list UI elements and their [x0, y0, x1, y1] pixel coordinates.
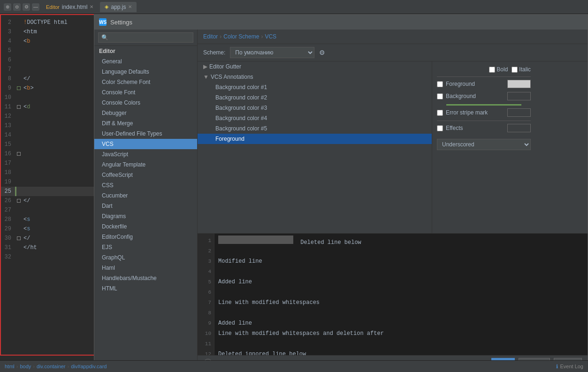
gutter-18: [15, 168, 23, 177]
background-label: Background: [446, 93, 504, 99]
gutter-31: [15, 243, 23, 252]
foreground-checkbox[interactable]: [437, 81, 443, 87]
preview-line-11: [218, 339, 584, 349]
preview-num-3: 3: [198, 256, 214, 266]
gutter-11: [15, 102, 23, 112]
preview-num-4: 4: [198, 266, 214, 277]
editor-gutter-section[interactable]: ▶ Editor Gutter: [198, 61, 432, 72]
line-num-28: 28: [0, 215, 15, 224]
tab-app-js-icon: ◈: [105, 4, 108, 10]
event-log-label: Event Log: [560, 364, 583, 369]
breadcrumb-color-scheme: Color Scheme: [223, 33, 259, 40]
tree-item-console-font[interactable]: Console Font: [94, 87, 197, 98]
color-item-bg2-label: Background color #2: [215, 94, 267, 101]
tree-item-dockerfile[interactable]: Dockerfile: [94, 221, 197, 232]
line-num-11: 11: [0, 102, 15, 112]
tab-index-html[interactable]: Editor index.html ✕: [41, 2, 98, 12]
gutter-17: [15, 159, 23, 168]
tree-item-html[interactable]: HTML: [94, 283, 197, 294]
error-stripe-checkbox[interactable]: [437, 110, 443, 116]
italic-checkbox-label[interactable]: Italic: [512, 66, 531, 73]
bold-checkbox-label[interactable]: Bold: [489, 66, 508, 73]
effects-row: Effects: [437, 124, 531, 132]
tree-item-color-scheme-font[interactable]: Color Scheme Font: [94, 77, 197, 87]
preview-line-4: [218, 266, 584, 277]
status-bar: html › body › div.container › div#appdiv…: [0, 360, 588, 372]
line-num-4: 4: [0, 37, 15, 46]
tree-item-handlebars[interactable]: Handlebars/Mustache: [94, 273, 197, 283]
code-9: <b>: [23, 84, 34, 93]
preview-num-9: 9: [198, 318, 214, 328]
tree-item-coffeescript[interactable]: CoffeeScript: [94, 170, 197, 180]
color-item-bg5[interactable]: Background color #5: [198, 123, 432, 134]
preview-line-3: Modified line: [218, 256, 584, 266]
gutter-15: [15, 140, 23, 149]
scheme-row: Scheme: По умолчанию Default Darcula Hig…: [198, 44, 588, 61]
search-input[interactable]: [98, 32, 193, 43]
props-panel: Bold Italic Foreground: [432, 61, 535, 233]
preview-num-10: 10: [198, 328, 214, 339]
preview-line-6: [218, 287, 584, 297]
tree-item-diff-merge[interactable]: Diff & Merge: [94, 118, 197, 129]
tree-item-vcs[interactable]: VCS: [94, 139, 197, 149]
tree-item-user-defined[interactable]: User-Defined File Types: [94, 129, 197, 139]
minimize-btn[interactable]: —: [32, 3, 39, 11]
preview-num-11: 11: [198, 339, 214, 349]
code-28: <s: [23, 215, 30, 224]
color-item-bg3[interactable]: Background color #3: [198, 103, 432, 113]
tree-item-editorconfig[interactable]: EditorConfig: [94, 232, 197, 242]
globe-btn[interactable]: ⊕: [4, 3, 11, 11]
tree-item-diagrams[interactable]: Diagrams: [94, 211, 197, 221]
tree-item-cucumber[interactable]: Cucumber: [94, 190, 197, 201]
italic-checkbox[interactable]: [512, 67, 518, 73]
bold-label: Bold: [496, 66, 508, 73]
line-num-25: 25: [0, 187, 15, 196]
gutter-13: [15, 121, 23, 130]
color-item-bg1[interactable]: Background color #1: [198, 82, 432, 92]
tree-item-dart[interactable]: Dart: [94, 201, 197, 211]
breadcrumb: Editor › Color Scheme › VCS: [198, 30, 588, 44]
foreground-swatch[interactable]: [507, 80, 531, 88]
tab-index-close[interactable]: ✕: [90, 4, 93, 9]
status-breadcrumb: html › body › div.container › div#appdiv…: [5, 364, 107, 369]
color-item-bg2[interactable]: Background color #2: [198, 92, 432, 103]
gutter-3: [15, 27, 23, 37]
effects-checkbox[interactable]: [437, 125, 443, 131]
tree-item-general[interactable]: General: [94, 56, 197, 67]
vcs-annotations-section[interactable]: ▼ VCS Annotations: [198, 72, 432, 82]
preview-line-5: Added line: [218, 277, 584, 287]
scheme-gear-btn[interactable]: ⚙: [319, 49, 325, 56]
code-8: </: [23, 74, 30, 84]
tree-item-angular[interactable]: Angular Template: [94, 159, 197, 170]
bold-checkbox[interactable]: [489, 67, 495, 73]
tree-item-debugger[interactable]: Debugger: [94, 108, 197, 118]
color-item-foreground[interactable]: Foreground: [198, 134, 432, 144]
gutter-29: [15, 224, 23, 234]
line-num-18: 18: [0, 168, 15, 177]
error-stripe-swatch[interactable]: [507, 108, 531, 117]
effects-swatch[interactable]: [507, 124, 531, 132]
tree-item-javascript[interactable]: JavaScript: [94, 149, 197, 159]
line-num-12: 12: [0, 112, 15, 121]
tab-app-js[interactable]: ◈ app.js ✕: [100, 2, 137, 12]
line-num-16: 16: [0, 149, 15, 159]
gear-title-btn[interactable]: ⚙: [23, 3, 30, 11]
tab-app-close[interactable]: ✕: [128, 4, 132, 9]
tree-item-css[interactable]: CSS: [94, 180, 197, 190]
status-body: body: [20, 364, 31, 369]
underline-style-select[interactable]: Underscored Bordered Bold underscored Do…: [437, 139, 531, 150]
color-item-bg4[interactable]: Background color #4: [198, 113, 432, 123]
tree-item-language-defaults[interactable]: Language Defaults: [94, 67, 197, 77]
tree-item-haml[interactable]: Haml: [94, 263, 197, 273]
background-checkbox[interactable]: [437, 93, 443, 99]
background-row: Background: [437, 92, 531, 100]
gutter-28: [15, 215, 23, 224]
tree-item-graphql[interactable]: GraphQL: [94, 252, 197, 263]
background-swatch[interactable]: [507, 92, 531, 100]
tree-item-ejs[interactable]: EJS: [94, 242, 197, 252]
scheme-select[interactable]: По умолчанию Default Darcula High contra…: [230, 47, 314, 58]
tree-item-console-colors[interactable]: Console Colors: [94, 98, 197, 108]
event-log[interactable]: ℹ Event Log: [556, 364, 583, 370]
minus-btn[interactable]: ⊖: [13, 3, 21, 11]
tab-index-html-text: index.html: [62, 4, 88, 10]
